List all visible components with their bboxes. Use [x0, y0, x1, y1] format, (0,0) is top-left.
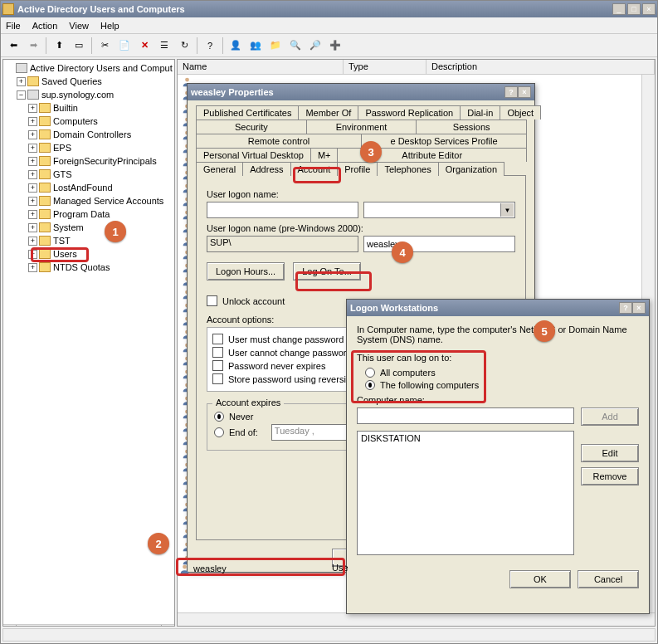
unlock-checkbox[interactable]	[207, 295, 217, 306]
tree-tst[interactable]: +TST	[5, 234, 174, 247]
properties-titlebar[interactable]: weasley Properties ? ×	[188, 84, 534, 100]
tree-saved-queries[interactable]: + Saved Queries	[5, 75, 174, 88]
tree-system[interactable]: +System	[5, 221, 174, 234]
minimize-button[interactable]: _	[612, 3, 626, 15]
tree-progdata[interactable]: +Program Data	[5, 207, 174, 221]
tab-member-of[interactable]: Member Of	[298, 105, 358, 120]
new-user-button[interactable]: 👤	[227, 37, 245, 55]
delete-button[interactable]: ✕	[135, 37, 154, 55]
prewin-user-input[interactable]	[363, 236, 515, 252]
tab-com-plus[interactable]: M+	[310, 148, 339, 162]
maximize-button[interactable]: □	[627, 3, 641, 15]
list-header[interactable]: Name Type Description	[178, 60, 655, 75]
up-button[interactable]: ⬆	[50, 37, 68, 55]
opt-must-change-pwd[interactable]	[212, 334, 223, 344]
list-row-weasley-type: Use	[332, 563, 348, 573]
properties-help-button[interactable]: ?	[504, 86, 518, 98]
tab-object[interactable]: Object	[500, 105, 541, 120]
tab-security[interactable]: Security	[196, 120, 307, 134]
main-titlebar[interactable]: Active Directory Users and Computers _ □…	[1, 1, 657, 17]
tab-remote-control[interactable]: Remote control	[196, 134, 362, 148]
logon-titlebar[interactable]: Logon Workstations ? ×	[347, 300, 649, 316]
logon-cancel-button[interactable]: Cancel	[578, 570, 639, 588]
filter-button[interactable]: 🔍	[286, 37, 305, 55]
tree-dc[interactable]: +Domain Controllers	[5, 128, 174, 141]
list-item[interactable]: DISKSTATION	[361, 433, 570, 443]
tree-gts[interactable]: +GTS	[5, 168, 174, 181]
add-to-group-button[interactable]: ➕	[326, 37, 344, 55]
list-hscroll[interactable]	[178, 612, 655, 626]
expires-endof-radio[interactable]	[214, 427, 224, 437]
badge-3: 3	[360, 141, 382, 163]
menu-view[interactable]: View	[69, 21, 89, 31]
tree-builtin[interactable]: +Builtin	[5, 101, 174, 115]
tree-ntds[interactable]: +NTDS Quotas	[5, 261, 174, 274]
tab-pvd[interactable]: Personal Virtual Desktop	[196, 148, 311, 162]
badge-2: 2	[148, 533, 169, 554]
radio-all-computers[interactable]	[365, 368, 375, 378]
menu-action[interactable]: Action	[32, 21, 58, 31]
close-button[interactable]: ×	[642, 3, 656, 15]
help-button[interactable]: ?	[201, 37, 219, 55]
logon-ok-button[interactable]: OK	[509, 570, 571, 588]
toolbar: ⬅ ➡ ⬆ ▭ ✂ 📄 ✕ ☰ ↻ ? 👤 👥 📁 🔍 🔎 ➕	[1, 34, 657, 57]
opt-cannot-change-pwd[interactable]	[212, 347, 223, 358]
new-group-button[interactable]: 👥	[246, 37, 265, 55]
properties-close-button[interactable]: ×	[518, 86, 531, 98]
tab-environment[interactable]: Environment	[306, 120, 417, 134]
copy-button[interactable]: 📄	[115, 37, 134, 55]
logon-title: Logon Workstations	[350, 303, 438, 313]
opt-pwd-never-expires[interactable]	[212, 360, 223, 371]
tab-profile[interactable]: Profile	[337, 162, 378, 176]
col-desc[interactable]: Description	[426, 60, 655, 74]
computers-listbox[interactable]: DISKSTATION	[357, 431, 574, 555]
find-button[interactable]: 🔎	[306, 37, 324, 55]
tree-domain[interactable]: − sup.synology.com	[5, 88, 174, 101]
tab-published-certificates[interactable]: Published Certificates	[196, 105, 299, 120]
tab-general[interactable]: General	[196, 162, 243, 176]
tree-root[interactable]: Active Directory Users and Comput	[5, 61, 174, 75]
logon-name-input[interactable]	[207, 202, 358, 218]
window-title: Active Directory Users and Computers	[17, 4, 612, 14]
tree-users[interactable]: +Users	[5, 247, 174, 261]
expires-never-radio[interactable]	[214, 412, 224, 422]
tab-sessions[interactable]: Sessions	[416, 120, 527, 134]
log-on-to-button[interactable]: Log On To...	[293, 262, 361, 281]
remove-button[interactable]: Remove	[581, 467, 639, 485]
back-button[interactable]: ⬅	[4, 37, 22, 55]
tree-msa[interactable]: +Managed Service Accounts	[5, 194, 174, 207]
tree-eps[interactable]: +EPS	[5, 141, 174, 154]
list-row-weasley[interactable]: weasley	[178, 561, 344, 576]
logon-close-button[interactable]: ×	[632, 302, 646, 314]
col-name[interactable]: Name	[178, 60, 344, 74]
badge-5: 5	[534, 320, 555, 342]
tab-organization[interactable]: Organization	[438, 162, 504, 176]
tab-address[interactable]: Address	[242, 162, 290, 176]
tree-computers[interactable]: +Computers	[5, 115, 174, 128]
tab-dial-in[interactable]: Dial-in	[460, 105, 500, 120]
tab-account[interactable]: Account	[290, 162, 339, 176]
radio-following-computers[interactable]	[365, 380, 375, 390]
col-type[interactable]: Type	[344, 60, 426, 74]
cut-button[interactable]: ✂	[95, 37, 114, 55]
properties-button[interactable]: ☰	[155, 37, 173, 55]
show-hide-tree-button[interactable]: ▭	[70, 37, 88, 55]
logon-domain-select[interactable]: ▼	[363, 202, 515, 218]
logon-help-button[interactable]: ?	[619, 302, 632, 314]
tab-password-replication[interactable]: Password Replication	[358, 105, 461, 120]
add-button[interactable]: Add	[581, 407, 639, 426]
tree-fsp[interactable]: +ForeignSecurityPrincipals	[5, 154, 174, 168]
tree-hscroll[interactable]: ◂▸	[3, 624, 174, 627]
tab-telephones[interactable]: Telephones	[377, 162, 438, 176]
tree-laf[interactable]: +LostAndFound	[5, 181, 174, 194]
refresh-button[interactable]: ↻	[175, 37, 193, 55]
logon-hours-button[interactable]: Logon Hours...	[207, 262, 285, 281]
computer-name-input[interactable]	[357, 407, 574, 424]
menu-file[interactable]: File	[6, 21, 21, 31]
logon-canlog-label: This user can log on to:	[357, 353, 639, 363]
edit-button[interactable]: Edit	[581, 444, 639, 462]
new-ou-button[interactable]: 📁	[266, 37, 285, 55]
opt-reversible[interactable]	[212, 373, 223, 384]
menu-help[interactable]: Help	[100, 21, 119, 31]
tab-rds-profile[interactable]: e Desktop Services Profile	[361, 134, 527, 148]
